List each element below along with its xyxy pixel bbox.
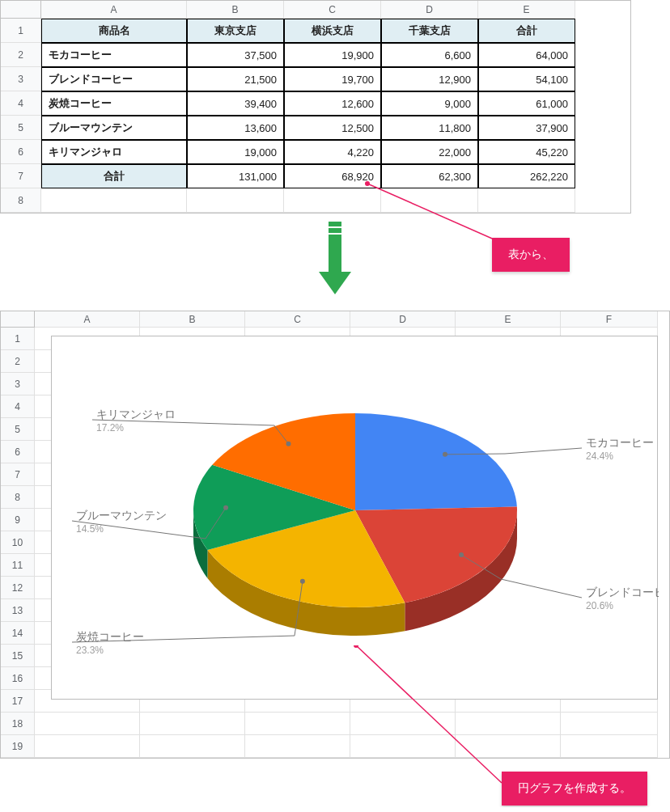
row-header[interactable]: 1: [1, 328, 35, 350]
table-cell[interactable]: 54,100: [478, 67, 575, 91]
empty-cell[interactable]: [381, 188, 478, 213]
table-cell[interactable]: 東京支店: [187, 19, 284, 43]
pie-pct: 14.5%: [76, 523, 104, 535]
empty-cell[interactable]: [35, 713, 140, 735]
row-header[interactable]: 2: [1, 43, 41, 67]
empty-cell[interactable]: [35, 735, 140, 758]
table-cell[interactable]: キリマンジャロ: [41, 140, 187, 164]
svg-point-3: [459, 552, 464, 557]
col-header-E[interactable]: E: [456, 311, 561, 328]
table-cell[interactable]: ブルーマウンテン: [41, 116, 187, 140]
table-cell[interactable]: 45,220: [478, 140, 575, 164]
empty-cell[interactable]: [245, 735, 350, 758]
table-cell[interactable]: 21,500: [187, 67, 284, 91]
row-header[interactable]: 18: [1, 713, 35, 735]
table-cell[interactable]: 61,000: [478, 91, 575, 116]
table-cell[interactable]: 62,300: [381, 164, 478, 188]
table-cell[interactable]: モカコーヒー: [41, 43, 187, 67]
row-header[interactable]: 4: [1, 91, 41, 116]
col-header-B[interactable]: B: [140, 311, 245, 328]
table-cell[interactable]: 6,600: [381, 43, 478, 67]
empty-cell[interactable]: [456, 713, 561, 735]
row-header[interactable]: 6: [1, 140, 41, 164]
col-header-A[interactable]: A: [35, 311, 140, 328]
callout-create-pie: 円グラフを作成する。: [502, 772, 647, 806]
row-header[interactable]: 14: [1, 622, 35, 645]
table-cell[interactable]: 合計: [41, 164, 187, 188]
col-header-D[interactable]: D: [381, 1, 478, 19]
row-header[interactable]: 1: [1, 19, 41, 43]
corner-cell[interactable]: [1, 311, 35, 328]
empty-cell[interactable]: [187, 188, 284, 213]
row-header[interactable]: 7: [1, 164, 41, 188]
svg-point-4: [300, 579, 305, 584]
table-cell[interactable]: 68,920: [284, 164, 381, 188]
empty-cell[interactable]: [350, 735, 456, 758]
table-cell[interactable]: 千葉支店: [381, 19, 478, 43]
table-cell[interactable]: 4,220: [284, 140, 381, 164]
table-cell[interactable]: 19,000: [187, 140, 284, 164]
empty-cell[interactable]: [350, 713, 456, 735]
table-cell[interactable]: ブレンドコーヒー: [41, 67, 187, 91]
table-cell[interactable]: 64,000: [478, 43, 575, 67]
table-cell[interactable]: 商品名: [41, 19, 187, 43]
col-header-D[interactable]: D: [350, 311, 456, 328]
empty-cell[interactable]: [140, 735, 245, 758]
pie-label: モカコーヒー: [586, 436, 654, 449]
row-header[interactable]: 8: [1, 188, 41, 213]
table-cell[interactable]: 37,900: [478, 116, 575, 140]
row-header[interactable]: 3: [1, 67, 41, 91]
svg-point-2: [443, 452, 447, 457]
pie-chart[interactable]: モカコーヒー24.4%ブレンドコーヒー20.6%炭焼コーヒー23.3%ブルーマウ…: [51, 336, 658, 700]
table-cell[interactable]: 37,500: [187, 43, 284, 67]
col-header-C[interactable]: C: [284, 1, 381, 19]
table-cell[interactable]: 12,900: [381, 67, 478, 91]
row-header[interactable]: 15: [1, 645, 35, 667]
empty-cell[interactable]: [41, 188, 187, 213]
row-header[interactable]: 13: [1, 599, 35, 622]
table-cell[interactable]: 19,700: [284, 67, 381, 91]
table-cell[interactable]: 9,000: [381, 91, 478, 116]
table-cell[interactable]: 12,500: [284, 116, 381, 140]
empty-cell[interactable]: [245, 713, 350, 735]
empty-cell[interactable]: [140, 713, 245, 735]
table-cell[interactable]: 13,600: [187, 116, 284, 140]
table-cell[interactable]: 39,400: [187, 91, 284, 116]
col-header-B[interactable]: B: [187, 1, 284, 19]
table-cell[interactable]: 炭焼コーヒー: [41, 91, 187, 116]
table-cell[interactable]: 横浜支店: [284, 19, 381, 43]
row-header[interactable]: 8: [1, 486, 35, 509]
row-header[interactable]: 19: [1, 735, 35, 758]
row-header[interactable]: 7: [1, 463, 35, 486]
table-cell[interactable]: 合計: [478, 19, 575, 43]
row-header[interactable]: 5: [1, 116, 41, 140]
empty-cell[interactable]: [561, 735, 658, 758]
col-header-F[interactable]: F: [561, 311, 658, 328]
row-header[interactable]: 11: [1, 554, 35, 577]
empty-cell[interactable]: [284, 188, 381, 213]
pie-label: ブルーマウンテン: [76, 509, 167, 522]
row-header[interactable]: 12: [1, 577, 35, 599]
corner-cell[interactable]: [1, 1, 41, 19]
row-header[interactable]: 2: [1, 350, 35, 373]
empty-cell[interactable]: [561, 713, 658, 735]
row-header[interactable]: 17: [1, 690, 35, 713]
table-cell[interactable]: 22,000: [381, 140, 478, 164]
row-header[interactable]: 3: [1, 373, 35, 395]
row-header[interactable]: 10: [1, 531, 35, 554]
col-header-C[interactable]: C: [245, 311, 350, 328]
row-header[interactable]: 16: [1, 667, 35, 690]
col-header-E[interactable]: E: [478, 1, 575, 19]
row-header[interactable]: 4: [1, 395, 35, 418]
empty-cell[interactable]: [456, 735, 561, 758]
table-cell[interactable]: 19,900: [284, 43, 381, 67]
empty-cell[interactable]: [478, 188, 575, 213]
table-cell[interactable]: 262,220: [478, 164, 575, 188]
col-header-A[interactable]: A: [41, 1, 187, 19]
row-header[interactable]: 6: [1, 441, 35, 463]
table-cell[interactable]: 11,800: [381, 116, 478, 140]
row-header[interactable]: 5: [1, 418, 35, 441]
table-cell[interactable]: 12,600: [284, 91, 381, 116]
row-header[interactable]: 9: [1, 509, 35, 531]
table-cell[interactable]: 131,000: [187, 164, 284, 188]
